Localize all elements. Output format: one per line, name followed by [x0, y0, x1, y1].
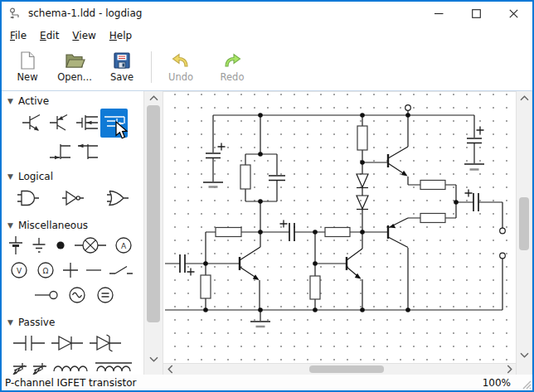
new-document-icon: [17, 51, 37, 70]
tool-n-channel-igfet[interactable]: [73, 109, 100, 138]
tool-ac-source[interactable]: [66, 285, 88, 305]
main-area: ▼ Active: [2, 90, 532, 375]
chevron-down-icon: [149, 356, 158, 362]
tool-earth[interactable]: [30, 235, 48, 255]
menu-edit[interactable]: Edit: [33, 27, 66, 45]
tool-ammeter[interactable]: A: [113, 235, 134, 255]
tool-minus[interactable]: [85, 260, 103, 280]
save-floppy-icon: [112, 51, 132, 70]
canvas-vertical-scrollbar[interactable]: [516, 91, 532, 375]
tool-and-gate[interactable]: [7, 183, 50, 213]
tool-voltmeter[interactable]: V: [8, 260, 30, 280]
resistors: [201, 126, 445, 299]
transistor-bases: [240, 154, 388, 270]
resize-grip-icon[interactable]: [521, 379, 532, 390]
open-button[interactable]: Open...: [51, 49, 98, 83]
chevron-left-icon: [167, 365, 173, 374]
expander-icon: ▼: [7, 221, 13, 230]
minimize-button[interactable]: [420, 2, 458, 25]
save-button[interactable]: Save: [101, 49, 143, 83]
svg-text:A: A: [121, 242, 127, 250]
tool-photodiode[interactable]: [12, 359, 28, 375]
expander-icon: ▼: [7, 172, 13, 181]
menu-file[interactable]: File: [3, 27, 33, 45]
app-window: schema-1.ldd - logdiag File Edit View He…: [0, 0, 534, 392]
status-message: P-channel IGFET transistor: [5, 377, 483, 389]
redo-arrow-icon: [222, 51, 242, 70]
tool-p-jfet[interactable]: [73, 138, 100, 165]
toolbar: New Open... Save Undo: [2, 46, 532, 90]
tool-plus[interactable]: [61, 260, 80, 280]
close-button[interactable]: [495, 2, 532, 25]
capacitor-plates: [180, 138, 482, 273]
tool-inductor[interactable]: [51, 359, 90, 375]
menu-bar: File Edit View Help: [2, 25, 532, 46]
palette-scrollbar[interactable]: [143, 91, 163, 375]
chevron-up-icon: [520, 95, 529, 101]
app-icon: [8, 7, 22, 21]
tool-n-jfet[interactable]: [46, 138, 73, 165]
tool-junction[interactable]: [53, 235, 68, 255]
scroll-left-button[interactable]: [163, 364, 177, 375]
open-folder-icon: [64, 51, 85, 70]
status-bar: P-channel IGFET transistor 100%: [2, 375, 532, 390]
undo-arrow-icon: [171, 51, 191, 70]
title-bar: schema-1.ldd - logdiag: [2, 2, 532, 25]
tool-capacitor[interactable]: [12, 332, 46, 354]
section-header-active[interactable]: ▼ Active: [7, 94, 143, 108]
section-header-passive[interactable]: ▼ Passive: [7, 315, 143, 329]
canvas-horizontal-scrollbar[interactable]: [163, 363, 516, 375]
horizontal-scroll-thumb[interactable]: [309, 365, 384, 373]
vertical-scroll-thumb[interactable]: [519, 197, 529, 250]
expander-icon: ▼: [7, 97, 13, 105]
undo-button[interactable]: Undo: [160, 49, 201, 83]
close-icon: [509, 9, 518, 18]
tool-photodiode-2[interactable]: [32, 359, 48, 375]
chevron-down-icon: [520, 352, 529, 358]
scroll-up-button[interactable]: [517, 91, 532, 104]
section-header-miscellaneous[interactable]: ▼ Miscellaneous: [7, 218, 143, 232]
window-title: schema-1.ldd - logdiag: [28, 7, 420, 19]
tool-npn-transistor[interactable]: [18, 109, 46, 138]
scroll-down-button[interactable]: [517, 348, 532, 361]
tool-zener-diode[interactable]: [88, 332, 123, 354]
scroll-right-button[interactable]: [502, 364, 516, 375]
mouse-cursor: [115, 121, 129, 141]
tool-lamp[interactable]: [73, 235, 108, 255]
svg-text:Ω: Ω: [43, 267, 49, 275]
redo-button[interactable]: Redo: [211, 49, 253, 83]
tool-pnp-transistor[interactable]: [46, 109, 73, 138]
tool-inductor-with-core[interactable]: [93, 359, 134, 375]
maximize-button[interactable]: [458, 2, 495, 25]
tool-ohmmeter[interactable]: Ω: [35, 260, 56, 280]
tool-not-gate[interactable]: [51, 183, 95, 213]
menu-help[interactable]: Help: [103, 27, 138, 45]
tool-or-gate[interactable]: [96, 183, 139, 213]
svg-text:V: V: [17, 267, 22, 275]
new-button[interactable]: New: [7, 49, 48, 83]
palette-scroll-thumb[interactable]: [147, 105, 160, 322]
symbol-palette: ▼ Active: [2, 91, 143, 375]
minimize-icon: [434, 9, 444, 18]
tool-terminal[interactable]: [33, 285, 60, 305]
menu-view[interactable]: View: [66, 27, 102, 45]
chevron-right-icon: [507, 365, 512, 374]
scroll-down-button[interactable]: [144, 352, 163, 365]
maximize-icon: [472, 9, 481, 18]
chevron-up-icon: [149, 95, 158, 101]
tool-cell[interactable]: [7, 235, 25, 256]
tool-diode[interactable]: [50, 332, 85, 354]
section-header-logical[interactable]: ▼ Logical: [7, 169, 143, 183]
expander-icon: ▼: [7, 318, 13, 327]
scroll-up-button[interactable]: [144, 91, 163, 104]
junction-dots: [203, 113, 459, 312]
tool-switch[interactable]: [108, 260, 134, 280]
circuit-drawing: [163, 92, 516, 363]
zoom-level: 100%: [483, 377, 511, 389]
tool-dc-source[interactable]: [95, 285, 116, 305]
schematic-canvas[interactable]: [163, 91, 516, 363]
polarity-marks: [187, 127, 484, 276]
toolbar-separator: [151, 51, 152, 83]
